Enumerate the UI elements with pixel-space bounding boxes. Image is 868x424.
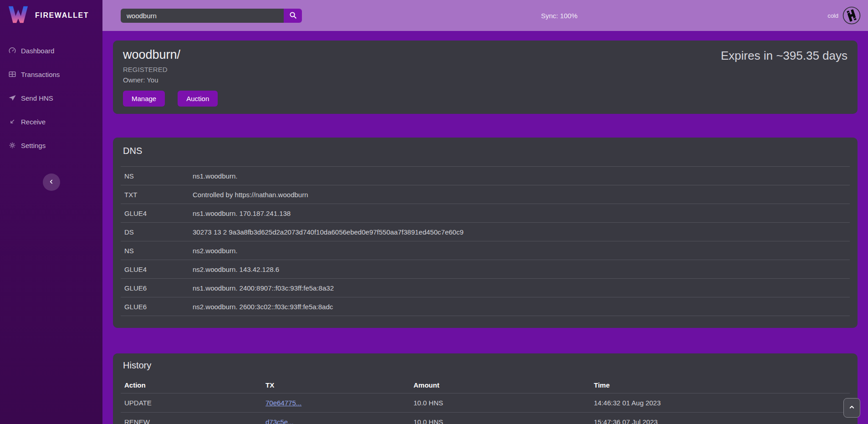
sidebar-item-dashboard[interactable]: Dashboard [0,42,102,59]
history-time: 14:46:32 01 Aug 2023 [590,393,850,413]
wallet-mode-label: cold [827,12,838,19]
sidebar: FIREWALLET Dashboard Transactions [0,0,102,424]
dns-record-value: ns1.woodburn. 2400:8907::f03c:93ff:fe5a:… [189,279,850,297]
dashboard-icon [8,46,16,55]
search-icon [289,11,297,20]
history-amount: 10.0 HNS [410,413,590,424]
dns-record-type: DS [121,223,189,241]
dns-record-value: ns1.woodburn. [189,167,850,185]
dns-row: GLUE6 ns1.woodburn. 2400:8907::f03c:93ff… [121,279,850,297]
sidebar-collapse-button[interactable] [43,174,60,191]
dns-row: NS ns1.woodburn. [121,167,850,185]
tx-link[interactable]: d73c5e... [266,418,294,424]
dns-record-type: NS [121,241,189,260]
topbar: Sync: 100% cold [102,0,868,31]
sidebar-item-send-hns[interactable]: Send HNS [0,90,102,106]
tx-link[interactable]: 70e64775... [266,399,301,407]
domain-owner: Owner: You [123,76,848,85]
sync-status: Sync: 100% [541,12,577,20]
sidebar-nav: Dashboard Transactions Send HNS [0,31,102,161]
dns-record-value: ns2.woodburn. 2600:3c02::f03c:93ff:fe5a:… [189,297,850,316]
wallet-group: cold [827,6,861,25]
auction-button[interactable]: Auction [178,91,218,107]
dns-record-type: GLUE4 [121,204,189,223]
domain-status: REGISTERED [123,65,848,74]
dns-row: TXT Controlled by https://nathan.woodbur… [121,185,850,204]
arrow-down-left-icon [8,117,16,126]
history-card: History Action TX Amount Time UPDATE [113,353,858,424]
sidebar-item-transactions[interactable]: Transactions [0,66,102,82]
history-row: UPDATE 70e64775... 10.0 HNS 14:46:32 01 … [121,393,850,413]
domain-expiry: Expires in ~395.35 days [721,49,848,63]
sidebar-item-label: Receive [21,118,46,126]
sidebar-item-label: Send HNS [21,94,53,102]
domain-actions: Manage Auction [123,91,848,107]
history-time: 15:47:36 07 Jul 2023 [590,413,850,424]
dns-record-value: Controlled by https://nathan.woodburn [189,185,850,204]
dns-record-type: GLUE6 [121,279,189,297]
dns-record-type: NS [121,167,189,185]
paper-plane-icon [8,94,16,102]
dns-table: NS ns1.woodburn. TXT Controlled by https… [121,166,850,316]
sidebar-item-label: Settings [21,142,46,149]
sidebar-item-receive[interactable]: Receive [0,113,102,130]
firewallet-logo-icon [8,5,29,26]
handshake-logo-icon[interactable] [842,6,861,25]
chevron-left-icon [48,179,55,186]
dns-title: DNS [123,146,848,156]
history-header-action: Action [121,377,262,393]
table-icon [8,70,16,78]
dns-row: DS 30273 13 2 9a3a8fb3d625d2a2073d740f10… [121,223,850,241]
sidebar-item-label: Dashboard [21,47,54,55]
history-amount: 10.0 HNS [410,393,590,413]
history-row: RENEW d73c5e... 10.0 HNS 15:47:36 07 Jul… [121,413,850,424]
sidebar-item-label: Transactions [21,71,60,78]
gear-icon [8,141,16,149]
domain-card: woodburn/ REGISTERED Owner: You Manage A… [113,41,858,114]
dns-record-value: ns2.woodburn. 143.42.128.6 [189,260,850,279]
scroll-top-button[interactable] [843,398,860,418]
dns-row: GLUE6 ns2.woodburn. 2600:3c02::f03c:93ff… [121,297,850,316]
search-input[interactable] [121,9,284,23]
dns-row: GLUE4 ns1.woodburn. 170.187.241.138 [121,204,850,223]
main-content: woodburn/ REGISTERED Owner: You Manage A… [102,31,868,424]
dns-record-type: TXT [121,185,189,204]
history-header-row: Action TX Amount Time [121,377,850,393]
main-column: Sync: 100% cold [102,0,868,424]
sidebar-item-settings[interactable]: Settings [0,137,102,153]
dns-row: GLUE4 ns2.woodburn. 143.42.128.6 [121,260,850,279]
app-title: FIREWALLET [35,11,89,20]
dns-record-value: 30273 13 2 9a3a8fb3d625d2a2073d740f10da6… [189,223,850,241]
search-group [121,9,302,23]
history-table: Action TX Amount Time UPDATE 70e64775...… [121,377,850,424]
history-header-tx: TX [262,377,410,393]
dns-card: DNS NS ns1.woodburn. TXT Controlled by h… [113,138,858,328]
dns-row: NS ns2.woodburn. [121,241,850,260]
chevron-up-icon [848,404,855,412]
search-button[interactable] [284,9,302,23]
history-action: UPDATE [121,393,262,413]
manage-button[interactable]: Manage [123,91,165,107]
dns-record-value: ns1.woodburn. 170.187.241.138 [189,204,850,223]
history-action: RENEW [121,413,262,424]
dns-record-type: GLUE6 [121,297,189,316]
dns-record-value: ns2.woodburn. [189,241,850,260]
dns-record-type: GLUE4 [121,260,189,279]
history-title: History [123,360,848,371]
history-header-amount: Amount [410,377,590,393]
app-logo-row: FIREWALLET [0,0,102,31]
history-header-time: Time [590,377,850,393]
